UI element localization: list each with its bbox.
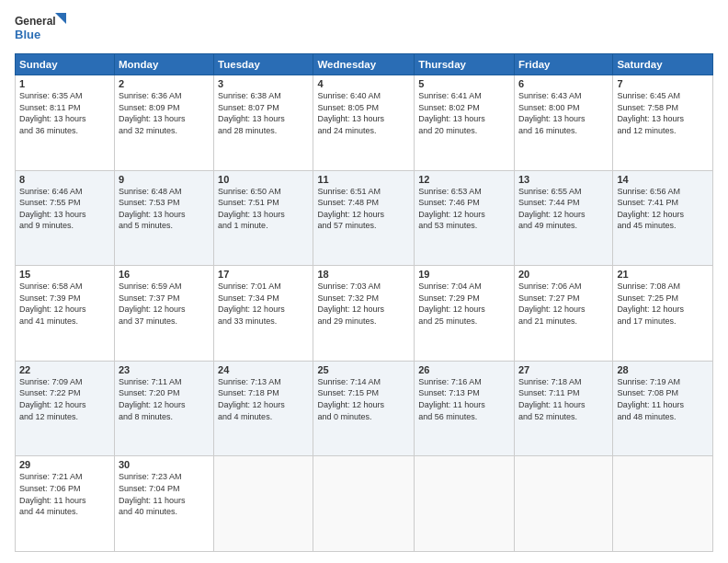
day-number: 14 (617, 174, 709, 185)
calendar-week-3: 15Sunrise: 6:58 AM Sunset: 7:39 PM Dayli… (16, 266, 713, 362)
page-header: General Blue (15, 11, 713, 46)
day-info: Sunrise: 7:11 AM Sunset: 7:20 PM Dayligh… (119, 376, 210, 422)
day-header-thursday: Thursday (415, 54, 515, 75)
day-info: Sunrise: 6:58 AM Sunset: 7:39 PM Dayligh… (19, 281, 110, 327)
calendar-cell: 25Sunrise: 7:14 AM Sunset: 7:15 PM Dayli… (313, 361, 415, 456)
calendar-cell: 24Sunrise: 7:13 AM Sunset: 7:18 PM Dayli… (214, 361, 313, 456)
day-number: 7 (617, 78, 709, 89)
svg-marker-2 (55, 13, 66, 24)
day-number: 19 (418, 269, 510, 280)
day-number: 6 (518, 78, 609, 89)
logo-svg: General Blue (15, 11, 70, 46)
day-number: 16 (119, 269, 210, 280)
logo: General Blue (15, 11, 70, 46)
calendar-cell: 9Sunrise: 6:48 AM Sunset: 7:53 PM Daylig… (114, 170, 213, 266)
calendar-cell: 14Sunrise: 6:56 AM Sunset: 7:41 PM Dayli… (613, 170, 713, 266)
day-info: Sunrise: 6:46 AM Sunset: 7:55 PM Dayligh… (19, 186, 110, 232)
day-info: Sunrise: 6:43 AM Sunset: 8:00 PM Dayligh… (518, 90, 609, 136)
day-info: Sunrise: 7:09 AM Sunset: 7:22 PM Dayligh… (19, 376, 110, 422)
day-number: 3 (218, 78, 309, 89)
svg-text:Blue: Blue (15, 28, 40, 41)
calendar-cell (214, 456, 313, 552)
day-number: 26 (418, 364, 510, 375)
day-number: 10 (218, 174, 309, 185)
day-info: Sunrise: 7:18 AM Sunset: 7:11 PM Dayligh… (518, 376, 609, 422)
calendar-header-row: SundayMondayTuesdayWednesdayThursdayFrid… (16, 54, 713, 75)
day-number: 13 (518, 174, 609, 185)
day-number: 12 (418, 174, 510, 185)
day-info: Sunrise: 6:53 AM Sunset: 7:46 PM Dayligh… (418, 186, 510, 232)
day-header-tuesday: Tuesday (214, 54, 313, 75)
day-header-wednesday: Wednesday (313, 54, 415, 75)
day-info: Sunrise: 6:45 AM Sunset: 7:58 PM Dayligh… (617, 90, 709, 136)
calendar-cell: 7Sunrise: 6:45 AM Sunset: 7:58 PM Daylig… (613, 75, 713, 171)
day-info: Sunrise: 7:03 AM Sunset: 7:32 PM Dayligh… (317, 281, 410, 327)
day-number: 23 (119, 364, 210, 375)
day-number: 4 (317, 78, 410, 89)
calendar-cell: 29Sunrise: 7:21 AM Sunset: 7:06 PM Dayli… (16, 456, 115, 552)
calendar-cell: 18Sunrise: 7:03 AM Sunset: 7:32 PM Dayli… (313, 266, 415, 362)
calendar-cell: 13Sunrise: 6:55 AM Sunset: 7:44 PM Dayli… (514, 170, 612, 266)
day-info: Sunrise: 7:23 AM Sunset: 7:04 PM Dayligh… (119, 471, 210, 517)
calendar-cell: 12Sunrise: 6:53 AM Sunset: 7:46 PM Dayli… (415, 170, 515, 266)
day-info: Sunrise: 6:36 AM Sunset: 8:09 PM Dayligh… (119, 90, 210, 136)
day-info: Sunrise: 6:41 AM Sunset: 8:02 PM Dayligh… (418, 90, 510, 136)
calendar-cell: 16Sunrise: 6:59 AM Sunset: 7:37 PM Dayli… (114, 266, 213, 362)
calendar-cell: 27Sunrise: 7:18 AM Sunset: 7:11 PM Dayli… (514, 361, 612, 456)
day-number: 27 (518, 364, 609, 375)
day-number: 5 (418, 78, 510, 89)
calendar-cell: 1Sunrise: 6:35 AM Sunset: 8:11 PM Daylig… (16, 75, 115, 171)
calendar-cell (415, 456, 515, 552)
calendar-week-4: 22Sunrise: 7:09 AM Sunset: 7:22 PM Dayli… (16, 361, 713, 456)
day-info: Sunrise: 6:35 AM Sunset: 8:11 PM Dayligh… (19, 90, 110, 136)
calendar-cell: 17Sunrise: 7:01 AM Sunset: 7:34 PM Dayli… (214, 266, 313, 362)
calendar-cell: 11Sunrise: 6:51 AM Sunset: 7:48 PM Dayli… (313, 170, 415, 266)
day-info: Sunrise: 7:14 AM Sunset: 7:15 PM Dayligh… (317, 376, 410, 422)
calendar-cell: 30Sunrise: 7:23 AM Sunset: 7:04 PM Dayli… (114, 456, 213, 552)
day-number: 25 (317, 364, 410, 375)
calendar-cell: 23Sunrise: 7:11 AM Sunset: 7:20 PM Dayli… (114, 361, 213, 456)
day-info: Sunrise: 6:51 AM Sunset: 7:48 PM Dayligh… (317, 186, 410, 232)
day-info: Sunrise: 6:38 AM Sunset: 8:07 PM Dayligh… (218, 90, 309, 136)
day-info: Sunrise: 6:48 AM Sunset: 7:53 PM Dayligh… (119, 186, 210, 232)
calendar-cell: 5Sunrise: 6:41 AM Sunset: 8:02 PM Daylig… (415, 75, 515, 171)
calendar-cell: 3Sunrise: 6:38 AM Sunset: 8:07 PM Daylig… (214, 75, 313, 171)
day-info: Sunrise: 6:55 AM Sunset: 7:44 PM Dayligh… (518, 186, 609, 232)
calendar-cell: 21Sunrise: 7:08 AM Sunset: 7:25 PM Dayli… (613, 266, 713, 362)
calendar-body: 1Sunrise: 6:35 AM Sunset: 8:11 PM Daylig… (16, 75, 713, 552)
calendar-cell: 2Sunrise: 6:36 AM Sunset: 8:09 PM Daylig… (114, 75, 213, 171)
day-number: 20 (518, 269, 609, 280)
day-info: Sunrise: 7:06 AM Sunset: 7:27 PM Dayligh… (518, 281, 609, 327)
day-number: 18 (317, 269, 410, 280)
day-header-saturday: Saturday (613, 54, 713, 75)
calendar-cell (613, 456, 713, 552)
day-number: 24 (218, 364, 309, 375)
svg-text:General: General (15, 15, 56, 28)
calendar-cell (313, 456, 415, 552)
day-number: 21 (617, 269, 709, 280)
day-number: 28 (617, 364, 709, 375)
calendar-cell (514, 456, 612, 552)
day-number: 29 (19, 459, 110, 470)
calendar-week-2: 8Sunrise: 6:46 AM Sunset: 7:55 PM Daylig… (16, 170, 713, 266)
calendar-cell: 19Sunrise: 7:04 AM Sunset: 7:29 PM Dayli… (415, 266, 515, 362)
day-number: 1 (19, 78, 110, 89)
day-info: Sunrise: 7:01 AM Sunset: 7:34 PM Dayligh… (218, 281, 309, 327)
day-number: 15 (19, 269, 110, 280)
day-info: Sunrise: 6:40 AM Sunset: 8:05 PM Dayligh… (317, 90, 410, 136)
calendar-cell: 28Sunrise: 7:19 AM Sunset: 7:08 PM Dayli… (613, 361, 713, 456)
day-number: 2 (119, 78, 210, 89)
calendar-cell: 8Sunrise: 6:46 AM Sunset: 7:55 PM Daylig… (16, 170, 115, 266)
day-header-friday: Friday (514, 54, 612, 75)
calendar-week-5: 29Sunrise: 7:21 AM Sunset: 7:06 PM Dayli… (16, 456, 713, 552)
day-info: Sunrise: 7:21 AM Sunset: 7:06 PM Dayligh… (19, 471, 110, 517)
day-header-monday: Monday (114, 54, 213, 75)
day-info: Sunrise: 6:56 AM Sunset: 7:41 PM Dayligh… (617, 186, 709, 232)
day-number: 11 (317, 174, 410, 185)
day-number: 22 (19, 364, 110, 375)
calendar-table: SundayMondayTuesdayWednesdayThursdayFrid… (15, 53, 713, 552)
day-number: 30 (119, 459, 210, 470)
day-number: 9 (119, 174, 210, 185)
calendar-cell: 10Sunrise: 6:50 AM Sunset: 7:51 PM Dayli… (214, 170, 313, 266)
calendar-cell: 22Sunrise: 7:09 AM Sunset: 7:22 PM Dayli… (16, 361, 115, 456)
